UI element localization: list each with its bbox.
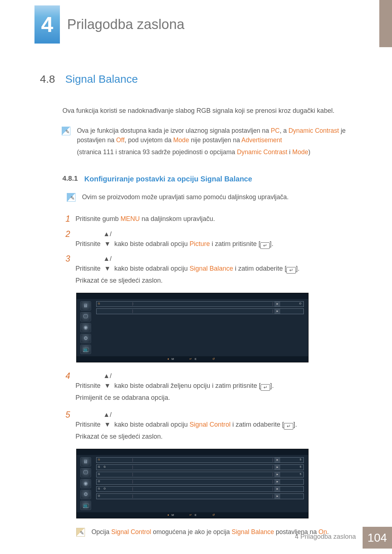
updown-icon: ▲/▼ — [102, 371, 113, 391]
arrow-right-icon: ▸ — [274, 465, 280, 470]
hl-pc: PC — [271, 127, 279, 134]
updown-icon: ▲/▼ — [102, 410, 113, 430]
note-icon — [76, 528, 85, 537]
t: kako biste odabrali opciju — [113, 265, 189, 272]
osd-row-track — [132, 465, 273, 469]
osd-row-value: 5 — [280, 458, 302, 462]
osd-row-track — [132, 473, 273, 476]
osd-screenshot-signal-control: 🖥 🖵 ◉ ⚙ 📺 G ▸ 5 G G ▸ 5 — [76, 449, 309, 518]
osd-row-label: O — [98, 480, 132, 484]
t: Pritisnite — [75, 421, 102, 428]
step-text: Pritisnite ▲/▼ kako biste odabrali opcij… — [75, 254, 299, 288]
osd-side-icon: 📺 — [80, 501, 91, 510]
osd-side-icon: ◉ — [80, 479, 91, 488]
osd-side-icon: 🖥 — [80, 301, 91, 311]
osd-side-icon: 🖵 — [80, 468, 91, 477]
osd-row-label: G G — [98, 465, 132, 469]
osd-side-icon: ◉ — [80, 323, 91, 332]
footer-chapter-ref: 4 Prilagodba zaslona — [288, 527, 362, 549]
osd-row-track — [132, 480, 273, 484]
osd-row: O ▸ — [96, 479, 304, 485]
osd-row-value: 5 — [280, 465, 302, 469]
osd-row-label: G — [98, 302, 132, 306]
osd-row: G : ▸ O — [96, 301, 304, 307]
osd-side-icon: 📺 — [80, 345, 91, 354]
step-number: 3 — [62, 254, 73, 288]
hl-dynamic-contrast: Dynamic Contrast — [289, 127, 339, 134]
t: ]. — [293, 421, 297, 428]
t: Ova je funkcija dostupna kada je izvor u… — [77, 127, 271, 134]
updown-icon: ▲/▼ — [102, 229, 113, 249]
arrow-right-icon: ▸ — [274, 479, 280, 484]
t: Primijenit će se odabrana opcija. — [75, 393, 274, 403]
osd-row: G O ▸ — [96, 486, 304, 492]
hl-dynamic-contrast: Dynamic Contrast — [237, 148, 287, 156]
step-text: Pritisnite ▲/▼ kako biste odabrali opcij… — [75, 229, 273, 249]
t: i zatim odaberite [ — [233, 265, 286, 272]
step-1: 1 Pritisnite gumb MENU na daljinskom upr… — [62, 214, 358, 224]
step-number: 1 — [62, 214, 73, 224]
osd-row-track — [132, 309, 273, 313]
arrow-right-icon: ▸ — [274, 494, 280, 499]
t: kako biste odabrali opciju — [113, 421, 189, 428]
step-5: 5 Pritisnite ▲/▼ kako biste odabrali opc… — [62, 410, 358, 444]
osd-side-icon: ⚙ — [80, 334, 91, 343]
enter-icon — [261, 384, 270, 391]
t: kako biste odabrali željenu opciju i zat… — [113, 382, 261, 389]
steps-list: 1 Pritisnite gumb MENU na daljinskom upr… — [62, 214, 358, 288]
osd-screenshot-signal-balance: 🖥 🖵 ◉ ⚙ 📺 G : ▸ O ▸ — [76, 293, 309, 362]
osd-row: ▸ — [96, 308, 304, 314]
osd-side-icon: 🖥 — [80, 457, 91, 467]
t: Pritisnite — [75, 265, 102, 272]
osd-row-track — [132, 487, 273, 491]
arrow-right-icon: ▸ — [274, 487, 280, 492]
note-icon — [67, 193, 75, 202]
section-number: 4.8 — [40, 71, 55, 87]
hl-menu: MENU — [121, 215, 140, 222]
osd-row: O ▸ — [96, 493, 304, 499]
osd-sidebar: 🖥 🖵 ◉ ⚙ 📺 — [77, 455, 95, 512]
steps-list-cont: 4 Pritisnite ▲/▼ kako biste odabrali žel… — [62, 371, 358, 444]
step-number: 4 — [62, 371, 73, 405]
osd-row-track: : — [132, 302, 273, 306]
osd-row-label: G — [98, 472, 132, 476]
t: Prikazat će se sljedeći zaslon. — [75, 432, 297, 442]
t: (stranica 111 i stranica 93 sadrže pojed… — [77, 148, 237, 156]
t: , a — [279, 127, 288, 134]
chapter-number-badge: 4 — [34, 5, 60, 44]
hl-signal-balance: Signal Balance — [232, 528, 274, 535]
footer-page-number: 104 — [363, 527, 392, 549]
subsection-heading: 4.8.1 Konfiguriranje postavki za opciju … — [62, 173, 358, 184]
hl-signal-control: Signal Control — [111, 528, 151, 535]
step-3: 3 Pritisnite ▲/▼ kako biste odabrali opc… — [62, 254, 358, 288]
osd-side-icon: 🖵 — [80, 312, 91, 321]
decorative-side-band — [379, 0, 392, 47]
note-body: Ovim se proizvodom može upravljati samo … — [82, 192, 289, 204]
t: ) — [308, 148, 310, 156]
osd-footer-move: M — [172, 513, 175, 517]
availability-note: Ova je funkcija dostupna kada je izvor u… — [62, 126, 358, 159]
t: ]. — [270, 382, 274, 389]
enter-icon — [286, 267, 296, 274]
enter-icon — [260, 242, 270, 249]
osd-title-bar — [77, 293, 308, 299]
arrow-right-icon: ▸ — [274, 472, 280, 477]
updown-icon: ▲/▼ — [102, 254, 113, 274]
intro-text: Ova funkcija koristi se nadoknađivanje s… — [62, 106, 358, 116]
chapter-header: 4 Prilagodba zaslona — [0, 0, 392, 44]
step-text: Pritisnite ▲/▼ kako biste odabrali želje… — [75, 371, 274, 405]
arrow-right-icon: ▸ — [274, 301, 280, 307]
t: Pritisnite gumb — [75, 215, 121, 222]
section-title: Signal Balance — [65, 71, 138, 87]
hl-signal-balance: Signal Balance — [189, 265, 233, 272]
osd-side-icon: ⚙ — [80, 490, 91, 499]
osd-footer: ♦M ↵E ↺ — [77, 356, 308, 362]
osd-row-track — [132, 495, 273, 498]
osd-title-bar — [77, 449, 308, 455]
t: omogućena je ako je opcija — [151, 528, 232, 535]
t: ]. — [270, 240, 273, 247]
subsection-title: Konfiguriranje postavki za opciju Signal… — [84, 173, 252, 184]
t: i zatim pritisnite [ — [210, 240, 260, 247]
t: ]. — [296, 265, 299, 272]
hl-off: Off — [116, 136, 124, 144]
